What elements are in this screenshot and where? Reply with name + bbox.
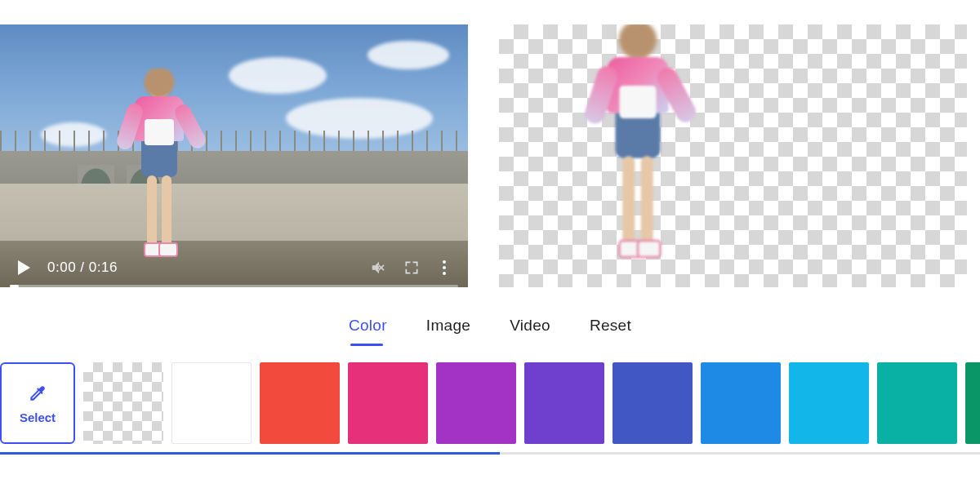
source-video-preview: 0:00 / 0:16 [0, 24, 468, 287]
mute-button[interactable] [370, 259, 388, 277]
color-swatch-#f24a3d[interactable] [260, 362, 340, 444]
color-swatch-#6f3fce[interactable] [524, 362, 604, 444]
play-icon [18, 260, 30, 275]
tab-video[interactable]: Video [510, 317, 550, 341]
scrollbar-thumb [0, 452, 500, 455]
color-picker-button[interactable]: Select [0, 362, 75, 444]
eyedropper-icon [27, 383, 48, 404]
background-tabs: Color Image Video Reset [0, 317, 980, 341]
video-controls: 0:00 / 0:16 [0, 248, 468, 287]
video-time-display: 0:00 / 0:16 [47, 260, 118, 276]
color-swatch-#1f8ae6[interactable] [701, 362, 781, 444]
kebab-icon [443, 260, 446, 275]
color-swatch-white[interactable] [172, 362, 252, 444]
select-label: Select [20, 410, 56, 424]
tab-reset[interactable]: Reset [590, 317, 631, 341]
color-swatch-#12b6e8[interactable] [789, 362, 869, 444]
output-preview [499, 24, 967, 287]
color-swatch-#0a9666[interactable] [965, 362, 980, 444]
color-swatch-#a233c4[interactable] [436, 362, 516, 444]
color-swatch-#e6317a[interactable] [348, 362, 428, 444]
play-button[interactable] [15, 259, 33, 277]
cutout-person [597, 29, 679, 287]
tab-image[interactable]: Image [426, 317, 470, 341]
color-swatch-#08b1a4[interactable] [877, 362, 957, 444]
color-swatch-row: Select [0, 362, 980, 444]
swatch-scrollbar[interactable] [0, 452, 980, 455]
more-options-button[interactable] [435, 259, 453, 277]
fullscreen-button[interactable] [403, 259, 421, 277]
color-swatch-transparent[interactable] [83, 362, 163, 444]
video-scene-bridge [0, 131, 468, 188]
tab-color[interactable]: Color [349, 317, 387, 341]
fullscreen-icon [403, 260, 420, 276]
transparent-background [499, 24, 967, 287]
color-swatch-#4158c4[interactable] [612, 362, 693, 444]
volume-muted-icon [370, 259, 388, 277]
